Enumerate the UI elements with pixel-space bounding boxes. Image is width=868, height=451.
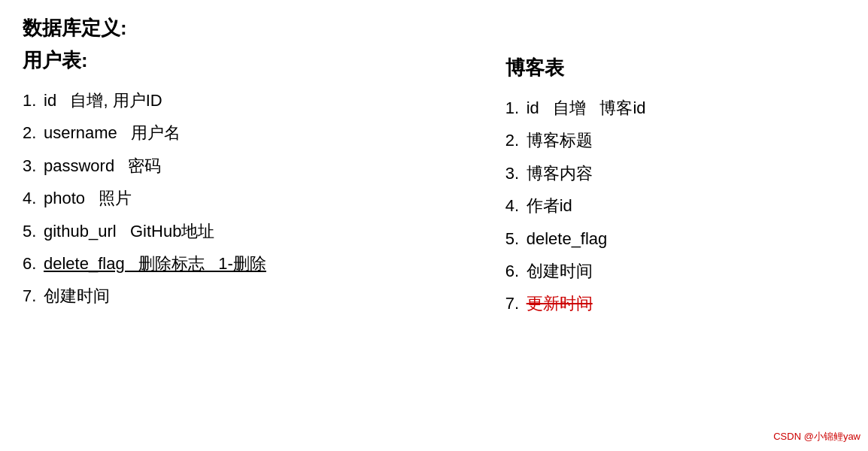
item-number: 5. xyxy=(505,225,527,253)
item-text: 创建时间 xyxy=(527,257,593,285)
list-item: 7. 创建时间 xyxy=(23,280,460,312)
item-text: 创建时间 xyxy=(44,282,110,310)
item-text-strikethrough: 更新时间 xyxy=(527,289,593,317)
item-number: 4. xyxy=(23,184,44,212)
list-item: 7. 更新时间 xyxy=(505,287,845,319)
item-text: username 用户名 xyxy=(44,119,181,147)
list-item: 3. 博客内容 xyxy=(505,157,845,189)
list-item: 2. username 用户名 xyxy=(23,117,460,149)
item-number: 2. xyxy=(23,119,44,147)
item-number: 5. xyxy=(23,217,44,245)
list-item: 6. 创建时间 xyxy=(505,255,845,287)
list-item: 5. delete_flag xyxy=(505,222,845,255)
list-item: 6. delete_flag 删除标志 1-删除 xyxy=(23,247,460,280)
right-column: 博客表 1. id 自增 博客id 2. 博客标题 3. 博客内容 4. 作者i… xyxy=(475,47,845,436)
item-number: 2. xyxy=(505,126,527,154)
right-section-title: 博客表 xyxy=(505,55,845,81)
list-item: 4. photo 照片 xyxy=(23,182,460,214)
list-item: 2. 博客标题 xyxy=(505,124,845,156)
page-container: 数据库定义: 用户表: 1. id 自增, 用户ID 2. username 用… xyxy=(23,15,845,436)
item-text: password 密码 xyxy=(44,152,162,180)
main-title: 数据库定义: xyxy=(23,15,845,41)
item-number: 3. xyxy=(23,152,44,180)
item-number: 4. xyxy=(505,192,527,219)
item-text: 博客标题 xyxy=(527,126,593,154)
watermark: CSDN @小锦鲤yaw xyxy=(773,430,860,443)
item-number: 3. xyxy=(505,159,527,187)
item-text: delete_flag xyxy=(527,225,608,253)
item-number: 1. xyxy=(505,94,527,122)
item-text: 博客内容 xyxy=(527,159,593,187)
item-text: photo 照片 xyxy=(44,184,132,212)
left-column: 用户表: 1. id 自增, 用户ID 2. username 用户名 3. p… xyxy=(23,47,475,436)
list-item: 1. id 自增, 用户ID xyxy=(23,84,460,117)
list-item: 3. password 密码 xyxy=(23,150,460,182)
item-text: 作者id xyxy=(527,192,572,219)
content-row: 用户表: 1. id 自增, 用户ID 2. username 用户名 3. p… xyxy=(23,47,845,436)
item-number: 7. xyxy=(505,289,527,317)
item-number: 7. xyxy=(23,282,44,310)
item-text: id 自增, 用户ID xyxy=(44,86,162,114)
list-item: 1. id 自增 博客id xyxy=(505,92,845,124)
item-number: 6. xyxy=(23,250,44,277)
item-text-underline: delete_flag 删除标志 1-删除 xyxy=(44,250,266,277)
list-item: 5. github_url GitHub地址 xyxy=(23,215,460,247)
item-text: github_url GitHub地址 xyxy=(44,217,214,245)
item-number: 1. xyxy=(23,86,44,114)
item-text: id 自增 博客id xyxy=(527,94,646,122)
list-item: 4. 作者id xyxy=(505,189,845,222)
item-number: 6. xyxy=(505,257,527,285)
left-section-title: 用户表: xyxy=(23,47,460,74)
